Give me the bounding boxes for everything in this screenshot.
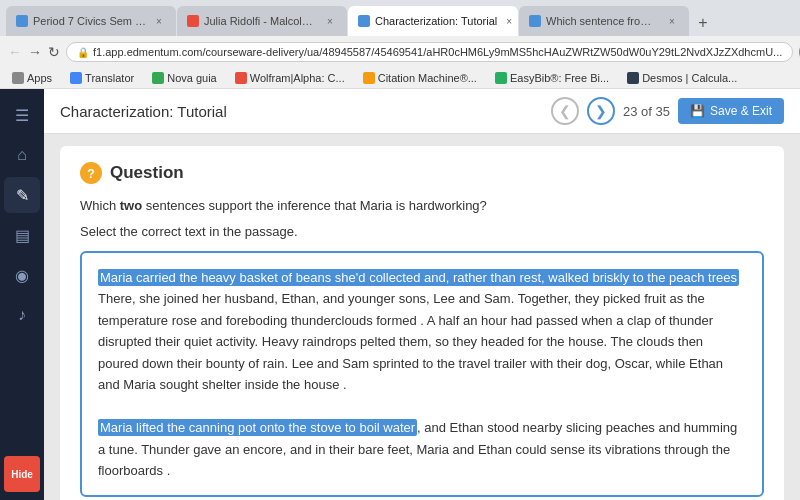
passage-box[interactable]: Maria carried the heavy basket of beans … [80,251,764,497]
citation-icon [363,72,375,84]
bookmark-apps-label: Apps [27,72,52,84]
question-text: Which two sentences support the inferenc… [80,196,764,216]
tab-4[interactable]: Which sentence from the pass... × [519,6,689,36]
desmos-icon [627,72,639,84]
tab-label-3: Characterization: Tutorial [375,15,497,27]
nova-icon [152,72,164,84]
tab-bar: Period 7 Civics Sem 2 Period 7 × Julia R… [0,0,800,36]
save-exit-label: Save & Exit [710,104,772,118]
passage-highlight-2[interactable]: Maria lifted the canning pot onto the st… [98,419,417,436]
bookmark-translator[interactable]: Translator [66,70,138,86]
apps-icon [12,72,24,84]
bookmark-desmos-label: Desmos | Calcula... [642,72,737,84]
wolfram-icon [235,72,247,84]
question-bold: two [120,198,142,213]
sidebar: ☰ ⌂ ✎ ▤ ◉ ♪ Hide [0,89,44,500]
bookmarks-bar: Apps Translator Nova guia Wolfram|Alpha:… [0,68,800,89]
save-icon: 💾 [690,104,705,118]
sidebar-home-icon[interactable]: ⌂ [4,137,40,173]
bookmark-citation-label: Citation Machine®... [378,72,477,84]
new-tab-button[interactable]: + [690,10,716,36]
nav-bar: ← → ↻ 🔒 f1.app.edmentum.com/courseware-d… [0,36,800,68]
back-button[interactable]: ← [8,40,22,64]
sidebar-hide-button[interactable]: Hide [4,456,40,492]
question-icon: ? [80,162,102,184]
prev-page-button[interactable]: ❮ [551,97,579,125]
tab-favicon-4 [529,15,541,27]
passage-highlight-1[interactable]: Maria carried the heavy basket of beans … [98,269,739,286]
tab-favicon-1 [16,15,28,27]
bookmark-nova[interactable]: Nova guia [148,70,221,86]
address-bar[interactable]: 🔒 f1.app.edmentum.com/courseware-deliver… [66,42,793,62]
tab-label-2: Julia Ridolfi - Malcolm X and M... [204,15,318,27]
bookmark-wolfram-label: Wolfram|Alpha: C... [250,72,345,84]
sidebar-badge-icon[interactable]: ◉ [4,257,40,293]
tab-2[interactable]: Julia Ridolfi - Malcolm X and M... × [177,6,347,36]
bookmark-translator-label: Translator [85,72,134,84]
tab-close-3[interactable]: × [502,14,516,28]
save-exit-button[interactable]: 💾 Save & Exit [678,98,784,124]
lock-icon: 🔒 [77,47,89,58]
tab-label-1: Period 7 Civics Sem 2 Period 7 [33,15,147,27]
sidebar-folder-icon[interactable]: ▤ [4,217,40,253]
tab-close-2[interactable]: × [323,14,337,28]
bookmark-nova-label: Nova guia [167,72,217,84]
page-title: Characterization: Tutorial [60,103,227,120]
bookmark-desmos[interactable]: Desmos | Calcula... [623,70,741,86]
bookmark-apps[interactable]: Apps [8,70,56,86]
bookmark-wolfram[interactable]: Wolfram|Alpha: C... [231,70,349,86]
tab-1[interactable]: Period 7 Civics Sem 2 Period 7 × [6,6,176,36]
sidebar-volume-icon[interactable]: ♪ [4,297,40,333]
question-title: Question [110,163,184,183]
forward-button[interactable]: → [28,40,42,64]
translator-icon [70,72,82,84]
page-count: 23 of 35 [623,104,670,119]
tab-3[interactable]: Characterization: Tutorial × [348,6,518,36]
tab-favicon-3 [358,15,370,27]
bookmark-citation[interactable]: Citation Machine®... [359,70,481,86]
easybib-icon [495,72,507,84]
reload-button[interactable]: ↻ [48,40,60,64]
tab-close-1[interactable]: × [152,14,166,28]
browser-chrome: Period 7 Civics Sem 2 Period 7 × Julia R… [0,0,800,89]
page-header: Characterization: Tutorial ❮ ❯ 23 of 35 … [44,89,800,134]
tab-close-4[interactable]: × [665,14,679,28]
address-text: f1.app.edmentum.com/courseware-delivery/… [93,46,782,58]
question-subtext: Select the correct text in the passage. [80,222,764,242]
question-card: ? Question Which two sentences support t… [60,146,784,500]
bookmark-easybib-label: EasyBib®: Free Bi... [510,72,609,84]
question-header: ? Question [80,162,764,184]
bookmark-easybib[interactable]: EasyBib®: Free Bi... [491,70,613,86]
scroll-area[interactable]: ? Question Which two sentences support t… [44,134,800,500]
sidebar-menu-icon[interactable]: ☰ [4,97,40,133]
next-page-button[interactable]: ❯ [587,97,615,125]
main-content: Characterization: Tutorial ❮ ❯ 23 of 35 … [44,89,800,500]
passage-text-1: There, she joined her husband, Ethan, an… [98,291,723,392]
tab-favicon-2 [187,15,199,27]
app-container: ☰ ⌂ ✎ ▤ ◉ ♪ Hide Characterization: Tutor… [0,89,800,500]
header-nav: ❮ ❯ 23 of 35 💾 Save & Exit [551,97,784,125]
tab-label-4: Which sentence from the pass... [546,15,660,27]
sidebar-edit-icon[interactable]: ✎ [4,177,40,213]
